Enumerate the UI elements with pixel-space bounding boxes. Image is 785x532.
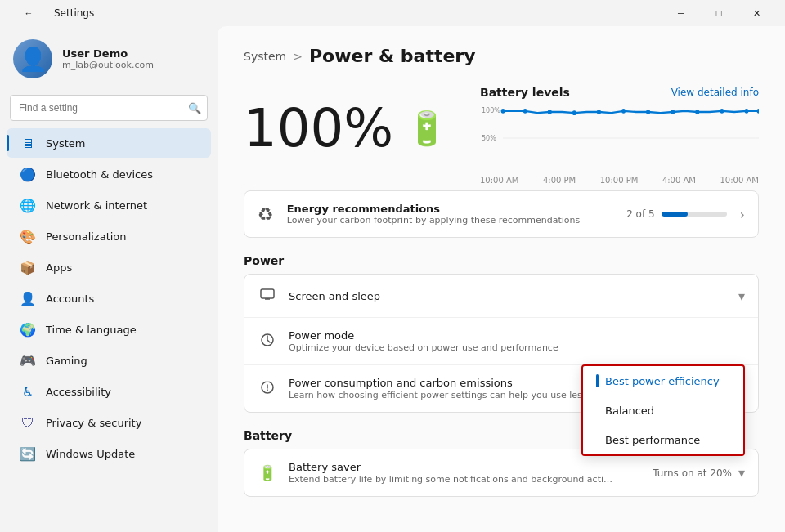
breadcrumb-current: Power & battery (309, 46, 476, 66)
battery-saver-chevron-icon: ▾ (738, 465, 745, 481)
energy-icon: ♻ (258, 204, 274, 225)
dropdown-spacer (596, 404, 599, 417)
titlebar-left: ← Settings (10, 0, 94, 26)
svg-point-8 (597, 110, 601, 114)
sidebar-item-time[interactable]: 🌍 Time & language (7, 315, 211, 344)
user-email: m_lab@outlook.com (62, 60, 154, 70)
svg-point-6 (548, 110, 552, 114)
power-section-label: Power (244, 254, 759, 267)
energy-title: Energy recommendations (287, 203, 613, 215)
view-detailed-link[interactable]: View detailed info (671, 87, 759, 98)
chart-x-labels: 10:00 AM 4:00 PM 10:00 PM 4:00 AM 10:00 … (480, 176, 759, 185)
system-icon: 🖥 (20, 135, 36, 151)
sidebar-item-network-label: Network & internet (46, 199, 147, 212)
screen-sleep-action: ▾ (738, 288, 745, 304)
battery-chart-header: Battery levels View detailed info (480, 86, 759, 99)
power-mode-title: Power mode (289, 329, 745, 342)
app-container: 👤 User Demo m_lab@outlook.com 🔍 🖥 System… (0, 26, 785, 532)
power-consumption-subtitle: Learn how choosing efficient power setti… (289, 390, 616, 400)
privacy-icon: 🛡 (20, 414, 36, 431)
sidebar-item-accounts[interactable]: 👤 Accounts (7, 284, 211, 313)
accessibility-icon: ♿ (20, 383, 36, 400)
svg-rect-16 (261, 289, 274, 298)
time-icon: 🌍 (20, 321, 36, 338)
power-mode-row[interactable]: Power mode Optimize your device based on… (244, 318, 758, 365)
close-button[interactable]: ✕ (738, 0, 775, 26)
user-info: User Demo m_lab@outlook.com (62, 47, 154, 70)
update-icon: 🔄 (20, 445, 36, 462)
sidebar-item-apps[interactable]: 📦 Apps (7, 253, 211, 282)
sidebar-item-update[interactable]: 🔄 Windows Update (7, 439, 211, 468)
power-mode-subtitle: Optimize your device based on power use … (289, 342, 616, 353)
battery-saver-action: Turns on at 20% ▾ (653, 465, 745, 481)
close-icon: ✕ (753, 8, 760, 19)
titlebar-controls: ─ □ ✕ (662, 0, 775, 26)
screen-sleep-chevron-icon: ▾ (738, 288, 745, 304)
dropdown-balanced-label: Balanced (605, 405, 654, 417)
dropdown-item-balanced[interactable]: Balanced (583, 396, 743, 425)
energy-chevron-icon: › (740, 207, 745, 222)
energy-fraction: 2 of 5 (626, 208, 654, 220)
minimize-icon: ─ (678, 8, 684, 18)
dropdown-performance-label: Best performance (605, 434, 700, 446)
sidebar-item-privacy[interactable]: 🛡 Privacy & security (7, 408, 211, 437)
battery-saver-row[interactable]: 🔋 Battery saver Extend battery life by l… (244, 449, 758, 496)
power-mode-dropdown: Best power efficiency Balanced Best perf… (581, 364, 745, 456)
user-name: User Demo (62, 47, 154, 60)
maximize-button[interactable]: □ (700, 0, 738, 26)
back-icon: ← (25, 8, 34, 18)
chart-x-label-4: 10:00 AM (720, 176, 759, 185)
battery-percent-area: 100% 🔋 (244, 86, 447, 171)
svg-point-9 (621, 109, 626, 114)
svg-point-10 (646, 110, 650, 114)
screen-sleep-icon (258, 286, 277, 306)
sidebar-item-system[interactable]: 🖥 System (7, 128, 211, 158)
sidebar-item-accounts-label: Accounts (46, 293, 94, 305)
breadcrumb-parent[interactable]: System (244, 50, 286, 63)
accounts-icon: 👤 (20, 290, 36, 306)
battery-saver-icon: 🔋 (258, 464, 277, 481)
breadcrumb-separator: > (293, 50, 303, 63)
avatar: 👤 (13, 39, 52, 78)
sidebar-item-bluetooth[interactable]: 🔵 Bluetooth & devices (7, 159, 211, 189)
sidebar-item-accessibility[interactable]: ♿ Accessibility (7, 377, 211, 406)
user-profile[interactable]: 👤 User Demo m_lab@outlook.com (0, 33, 218, 92)
dropdown-item-performance[interactable]: Best performance (583, 425, 743, 454)
sidebar-item-personalization[interactable]: 🎨 Personalization (7, 221, 211, 251)
minimize-button[interactable]: ─ (662, 0, 700, 26)
progress-bar (662, 212, 727, 217)
personalization-icon: 🎨 (20, 228, 36, 244)
back-button[interactable]: ← (10, 0, 47, 26)
sidebar-item-time-label: Time & language (46, 324, 137, 336)
dropdown-spacer-2 (596, 433, 599, 446)
svg-point-15 (756, 109, 759, 114)
dropdown-item-efficiency[interactable]: Best power efficiency (583, 366, 743, 396)
apps-icon: 📦 (20, 259, 36, 275)
svg-point-11 (671, 110, 675, 114)
chart-x-label-1: 4:00 PM (543, 176, 576, 185)
chart-x-label-2: 10:00 PM (600, 176, 639, 185)
energy-recommendations-card[interactable]: ♻ Energy recommendations Lower your carb… (244, 190, 759, 238)
battery-saver-value: Turns on at 20% (653, 467, 732, 479)
gaming-icon: 🎮 (20, 352, 36, 369)
energy-progress: 2 of 5 (626, 208, 726, 220)
sidebar-item-network[interactable]: 🌐 Network & internet (7, 190, 211, 220)
dropdown-efficiency-label: Best power efficiency (605, 375, 720, 387)
sidebar-item-system-label: System (46, 137, 85, 150)
sidebar-item-gaming[interactable]: 🎮 Gaming (7, 346, 211, 375)
energy-subtitle: Lower your carbon footprint by applying … (287, 215, 613, 226)
svg-point-13 (720, 109, 724, 114)
avatar-image: 👤 (19, 46, 47, 73)
svg-point-4 (501, 109, 505, 114)
screen-sleep-row[interactable]: Screen and sleep ▾ (244, 275, 758, 318)
breadcrumb: System > Power & battery (244, 46, 759, 66)
search-input[interactable] (10, 95, 208, 121)
sidebar-item-bluetooth-label: Bluetooth & devices (46, 168, 153, 181)
power-mode-text: Power mode Optimize your device based on… (289, 329, 745, 353)
battery-chart-area: Battery levels View detailed info 100% 5… (480, 86, 759, 171)
sidebar: 👤 User Demo m_lab@outlook.com 🔍 🖥 System… (0, 26, 218, 532)
energy-text: Energy recommendations Lower your carbon… (287, 203, 613, 226)
main-content: System > Power & battery 100% 🔋 Battery … (218, 26, 785, 532)
sidebar-item-update-label: Windows Update (46, 448, 135, 460)
maximize-icon: □ (716, 8, 722, 18)
